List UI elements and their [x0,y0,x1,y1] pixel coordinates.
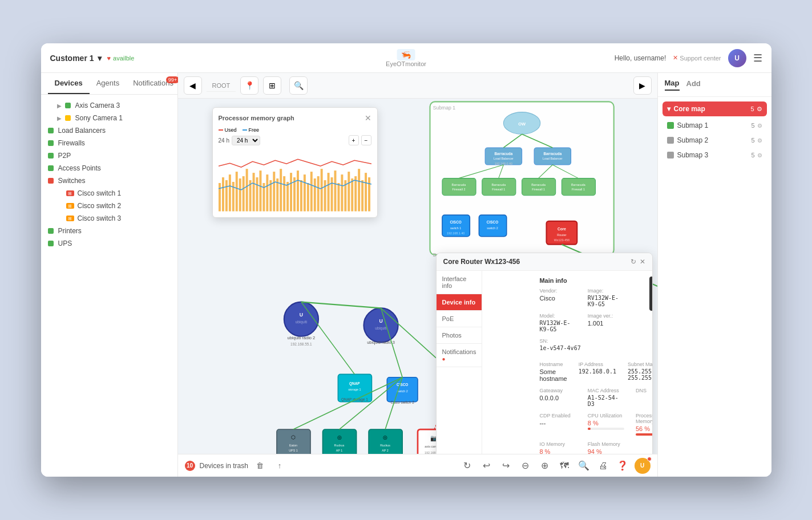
submap-1-label: Submap 1 [667,121,709,129]
tab-interface-info[interactable]: Interface info [437,271,482,294]
svg-text:Eaton: Eaton [289,444,297,447]
svg-rect-41 [358,169,360,211]
svg-point-92 [363,308,398,342]
trash-arrow-button[interactable]: ↑ [272,458,287,473]
tab-label: Device info [442,299,476,306]
search-button[interactable]: 🔍 [576,458,591,473]
dip-content: Main info Vendor: Cisco Image: [534,271,652,454]
period-select[interactable]: 24 h7 d30 d [232,136,260,145]
core-map-right: 5 ⚙ [750,105,762,113]
item-label: P2P [58,152,71,160]
list-item[interactable]: Firewalls [41,137,177,149]
map-view-button[interactable]: 🗺 [557,458,572,473]
gateway-label: Gateaway [539,388,576,393]
tab-notifications[interactable]: Notifications 99+ [126,73,180,94]
vendor-field: Vendor: Cisco [539,288,576,307]
gear-icon[interactable]: ⚙ [757,137,762,144]
refresh-button[interactable]: ↻ [460,458,475,473]
submap-entry-1[interactable]: Submap 1 5 ⚙ [662,119,767,132]
hello-text: Hello, username! [615,54,666,62]
item-label: Printers [58,227,82,235]
svg-rect-40 [354,176,357,212]
notifications-badge: 99+ [166,76,179,83]
image-ver-field: Image ver.: 1.001 [588,313,624,332]
list-item[interactable]: UPS [41,237,177,250]
gear-icon[interactable]: ⚙ [757,123,762,129]
tab-poe[interactable]: PoE [437,311,482,327]
trash-delete-button[interactable]: 🗑 [253,458,268,473]
tab-label: PoE [442,315,454,322]
list-item[interactable]: ▶ Axis Camera 3 [41,99,177,112]
submap-icon-2 [667,137,674,144]
tab-map[interactable]: Map [665,79,680,91]
tab-devices[interactable]: Devices [48,73,90,94]
svg-text:ubiquiti: ubiquiti [375,326,386,331]
submap-3-count: 5 ⚙ [751,152,762,159]
refresh-icon[interactable]: ↻ [631,258,636,266]
zoom-out-button[interactable]: − [361,135,371,145]
gear-icon[interactable]: ⚙ [757,152,762,159]
svg-rect-61 [482,178,515,196]
zoom-in-button[interactable]: ⊕ [538,458,552,473]
location-button[interactable]: 📍 [240,76,258,95]
trash-label: Devices in trash [200,462,248,470]
switch-icon: ⊞ [66,216,74,221]
close-icon[interactable]: ✕ [640,258,645,266]
sidebar-item-cisco1[interactable]: ⊞ Cisco switch 1 [41,187,177,200]
submap-entry-3[interactable]: Submap 3 5 ⚙ [662,148,767,162]
tab-devices-label: Devices [55,79,83,87]
sidebar-item-switches[interactable]: Switches [41,174,177,187]
svg-rect-58 [442,178,475,196]
sn-field: SN: 1e-v547-4v67 [539,338,624,351]
list-item[interactable]: Load Balancers [41,124,177,137]
legend-used-label: Used [225,127,237,133]
tab-agents[interactable]: Agents [90,73,126,94]
sidebar-item-cisco3[interactable]: ⊞ Cisco switch 3 [41,212,177,225]
undo-button[interactable]: ↩ [479,458,494,473]
tab-notifications[interactable]: Notifications ● [437,344,482,367]
sidebar-item-cisco2[interactable]: ⊞ Cisco switch 2 [41,200,177,212]
topology-button[interactable]: ⊞ [263,76,281,95]
redo-button[interactable]: ↪ [499,458,514,473]
core-map-name: Core map [674,105,705,113]
hostname-value: Some hostname [539,368,567,382]
submap-2-count-value: 5 [751,137,754,144]
map-item-core[interactable]: ▾ Core map 5 ⚙ [662,101,767,116]
list-item[interactable]: ▶ Sony Camera 1 [41,112,177,124]
user-circle[interactable]: U [635,458,651,474]
svg-text:U: U [299,312,302,318]
bottom-toolbar: 10 Devices in trash 🗑 ↑ ↻ ↩ ↪ ⊖ ⊕ 🗺 🔍 🖨 … [178,454,657,477]
list-item[interactable]: Printers [41,225,177,237]
submap-entry-2[interactable]: Submap 2 5 ⚙ [662,133,767,147]
list-item[interactable]: P2P [41,149,177,162]
customer-selector[interactable]: Customer 1 ▾ [50,54,102,63]
hostname-field: Hostname Some hostname [539,361,567,382]
print-button[interactable]: 🖨 [596,458,611,473]
nav-left-button[interactable]: ◀ [184,76,202,95]
zoom-in-button[interactable]: + [349,135,359,145]
search-map-button[interactable]: 🔍 [289,76,308,95]
sidebar-item-access-points[interactable]: Access Points [41,162,177,174]
svg-text:AP 2: AP 2 [382,449,389,452]
help-button[interactable]: ❓ [615,458,630,473]
chart-area [219,149,371,212]
graph-controls: 24 h 24 h7 d30 d + − [219,135,371,145]
support-link[interactable]: ✕ Support center [673,54,721,62]
tab-add-label: Add [686,79,701,88]
nav-right-button[interactable]: ▶ [633,76,652,95]
tab-add[interactable]: Add [686,79,701,90]
svg-rect-6 [239,178,241,212]
svg-text:CISCO: CISCO [396,383,407,387]
tab-device-info[interactable]: Device info [437,294,482,311]
graph-title-bar: Processor memory graph ✕ [219,113,371,123]
mac-field: MAC Address A1-S2-S4-D3 [588,388,624,407]
close-icon[interactable]: ✕ [365,113,371,123]
item-label: Access Points [58,164,101,172]
svg-rect-23 [296,170,298,211]
zoom-out-button[interactable]: ⊖ [518,458,533,473]
flash-value: 94 % [588,448,624,454]
tab-photos[interactable]: Photos [437,327,482,344]
gear-icon[interactable]: ⚙ [757,105,762,113]
hostname-label: Hostname [539,361,567,367]
menu-icon[interactable]: ☰ [753,52,762,64]
